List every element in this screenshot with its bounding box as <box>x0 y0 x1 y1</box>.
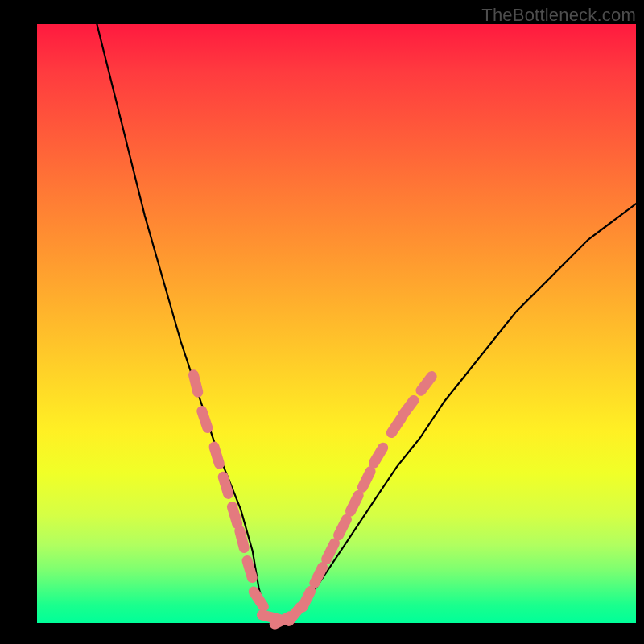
chart-frame: TheBottleneck.com <box>0 0 644 644</box>
curve-marker <box>327 543 335 559</box>
curve-marker <box>303 591 311 607</box>
curve-marker <box>339 519 347 535</box>
curve-marker <box>194 375 198 392</box>
curve-marker <box>254 592 263 606</box>
curve-markers-group <box>194 375 432 625</box>
plot-area <box>37 24 636 623</box>
curve-marker <box>202 411 208 428</box>
curve-marker <box>350 495 358 511</box>
curve-marker <box>391 418 401 432</box>
curve-marker <box>362 472 370 488</box>
curve-marker <box>232 507 237 524</box>
curve-marker <box>223 477 228 493</box>
curve-marker <box>421 377 431 391</box>
curve-marker <box>403 400 414 415</box>
curve-marker <box>240 530 245 547</box>
curve-marker <box>315 568 323 584</box>
curve-svg <box>37 24 636 623</box>
bottleneck-curve <box>97 24 636 623</box>
curve-marker <box>247 561 252 578</box>
watermark-text: TheBottleneck.com <box>481 5 636 26</box>
curve-marker <box>214 447 219 464</box>
curve-marker <box>374 448 382 463</box>
